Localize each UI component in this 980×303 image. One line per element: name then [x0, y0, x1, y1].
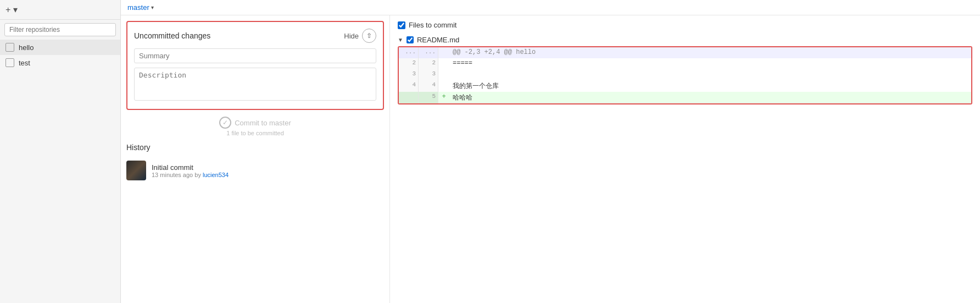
content-area: Uncommitted changes Hide ⇧ ✓ Comm	[121, 15, 980, 303]
chevron-down-icon: ▾	[151, 4, 154, 10]
sidebar-item-hello[interactable]: hello	[0, 40, 120, 55]
diff-hunk-label: @@ -2,3 +2,4 @@ hello	[449, 47, 971, 58]
file-header: ▼ README.md	[398, 34, 972, 46]
hide-controls: Hide ⇧	[344, 29, 376, 43]
sidebar-top: + ▾	[0, 0, 120, 20]
diff-line-nums: 2 2	[399, 58, 438, 69]
commit-button-sublabel: 1 file to be committed	[226, 130, 284, 136]
file-checkbox[interactable]	[407, 36, 414, 43]
diff-sign	[438, 69, 449, 80]
file-name: README.md	[417, 36, 459, 44]
sidebar: + ▾ hello test	[0, 0, 121, 303]
avatar	[126, 161, 146, 180]
files-to-commit-header: Files to commit	[398, 21, 972, 29]
diff-old-num	[399, 92, 419, 103]
main-area: master ▾ Uncommitted changes Hide ⇧	[121, 0, 980, 303]
commit-button[interactable]: ✓ Commit to master 1 file to be committe…	[219, 117, 291, 136]
diff-old-num: 4	[399, 80, 419, 92]
diff-new-num: 3	[419, 69, 438, 80]
repo-name: hello	[19, 43, 34, 52]
repo-icon	[5, 58, 14, 67]
branch-selector[interactable]: master ▾	[127, 3, 154, 12]
history-section: History Initial commit 13 minutes ago by…	[126, 139, 384, 188]
diff-sign	[438, 58, 449, 69]
commit-message: Initial commit	[152, 163, 229, 172]
branch-name: master	[127, 3, 149, 12]
diff-line-nums: 4 4	[399, 80, 438, 92]
diff-line-added: 5 + 哈哈哈	[399, 92, 971, 103]
commit-btn-row: ✓ Commit to master	[219, 117, 291, 129]
commit-author-link[interactable]: lucien534	[203, 172, 229, 178]
uncommitted-title: Uncommitted changes	[134, 31, 210, 40]
diff-old-num: ...	[399, 47, 419, 58]
files-checkbox[interactable]	[398, 21, 405, 29]
diff-line-content: 哈哈哈	[449, 92, 971, 103]
diff-new-num: ...	[419, 47, 438, 58]
diff-line-nums: 3 3	[399, 69, 438, 80]
summary-input[interactable]	[134, 48, 376, 63]
diff-line: 2 2 =====	[399, 58, 971, 69]
diff-hunk-header: ... ... @@ -2,3 +2,4 @@ hello	[399, 47, 971, 58]
diff-line-nums: ... ...	[399, 47, 438, 58]
history-item[interactable]: Initial commit 13 minutes ago by lucien5…	[126, 157, 384, 184]
left-panel: Uncommitted changes Hide ⇧ ✓ Comm	[121, 15, 390, 303]
diff-new-num: 4	[419, 80, 438, 92]
files-to-commit-label: Files to commit	[409, 21, 456, 29]
commit-meta: 13 minutes ago by lucien534	[152, 172, 229, 178]
repository-list: hello test	[0, 40, 120, 70]
diff-old-num: 3	[399, 69, 419, 80]
right-panel: Files to commit ▼ README.md ... ...	[390, 15, 980, 303]
diff-view: ... ... @@ -2,3 +2,4 @@ hello 2 2 =	[398, 46, 972, 104]
diff-line: 4 4 我的第一个仓库	[399, 80, 971, 92]
filter-repositories-input[interactable]	[4, 23, 116, 36]
diff-new-num: 5	[419, 92, 438, 103]
diff-line-content	[449, 69, 971, 80]
commit-area: ✓ Commit to master 1 file to be committe…	[126, 117, 384, 136]
uncommitted-changes-box: Uncommitted changes Hide ⇧	[126, 21, 384, 110]
commit-button-label: Commit to master	[235, 119, 291, 127]
commit-info: Initial commit 13 minutes ago by lucien5…	[152, 163, 229, 178]
diff-line-content: 我的第一个仓库	[449, 80, 971, 92]
chevron-up-icon: ⇧	[366, 32, 372, 40]
diff-line-content: =====	[449, 58, 971, 69]
repo-icon	[5, 43, 14, 52]
diff-new-num: 2	[419, 58, 438, 69]
description-textarea[interactable]	[134, 68, 376, 101]
commit-check-icon: ✓	[219, 117, 231, 129]
hide-label: Hide	[344, 32, 359, 40]
repo-name: test	[19, 59, 30, 67]
diff-old-num: 2	[399, 58, 419, 69]
plus-icon: + ▾	[5, 4, 18, 15]
diff-line-nums: 5	[399, 92, 438, 103]
commit-time: 13 minutes ago by	[152, 172, 201, 178]
sidebar-item-test[interactable]: test	[0, 55, 120, 70]
diff-line: 3 3	[399, 69, 971, 80]
file-toggle-icon[interactable]: ▼	[398, 37, 403, 43]
uncommitted-header: Uncommitted changes Hide ⇧	[134, 29, 376, 43]
file-entry-readme: ▼ README.md ... ... @@ -2,3 +2,4 @@ hell…	[398, 34, 972, 104]
history-title: History	[126, 143, 384, 152]
diff-sign	[438, 80, 449, 92]
hide-button[interactable]: ⇧	[362, 29, 376, 43]
add-repository-button[interactable]: + ▾	[5, 4, 18, 15]
topbar: master ▾	[121, 0, 980, 15]
avatar-inner	[126, 161, 146, 180]
diff-sign	[438, 47, 449, 58]
diff-sign: +	[438, 92, 449, 103]
